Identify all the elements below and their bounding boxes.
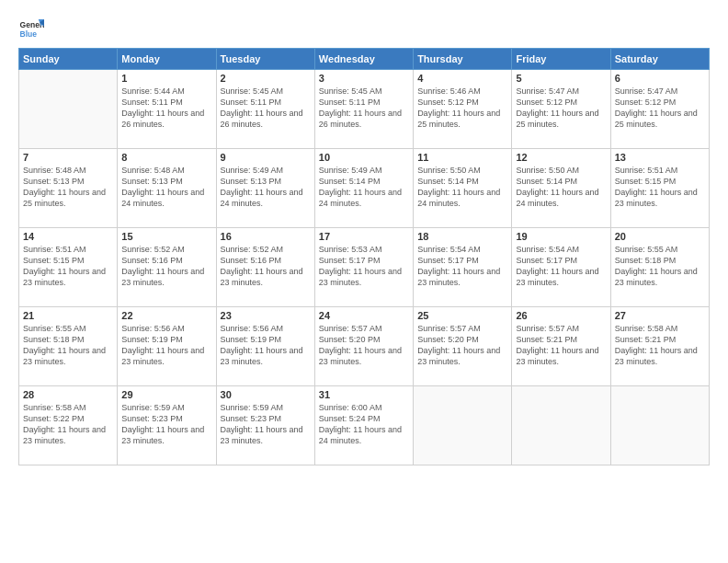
day-info: Sunrise: 5:54 AMSunset: 5:17 PMDaylight:… bbox=[417, 244, 507, 289]
calendar-cell: 7Sunrise: 5:48 AMSunset: 5:13 PMDaylight… bbox=[19, 149, 118, 228]
calendar-cell bbox=[19, 70, 118, 149]
day-number: 14 bbox=[23, 231, 113, 242]
day-info: Sunrise: 5:56 AMSunset: 5:19 PMDaylight:… bbox=[121, 323, 211, 368]
day-number: 6 bbox=[615, 73, 705, 84]
week-row-2: 14Sunrise: 5:51 AMSunset: 5:15 PMDayligh… bbox=[19, 228, 710, 307]
day-info: Sunrise: 5:46 AMSunset: 5:12 PMDaylight:… bbox=[417, 86, 507, 131]
calendar-cell: 4Sunrise: 5:46 AMSunset: 5:12 PMDaylight… bbox=[414, 70, 512, 149]
day-number: 15 bbox=[121, 231, 211, 242]
day-info: Sunrise: 5:47 AMSunset: 5:12 PMDaylight:… bbox=[615, 86, 705, 131]
day-number: 3 bbox=[319, 73, 409, 84]
day-number: 2 bbox=[221, 73, 311, 84]
weekday-header-thursday: Thursday bbox=[414, 49, 512, 70]
day-info: Sunrise: 5:47 AMSunset: 5:12 PMDaylight:… bbox=[516, 86, 606, 131]
day-info: Sunrise: 5:52 AMSunset: 5:16 PMDaylight:… bbox=[221, 244, 311, 289]
day-number: 23 bbox=[221, 310, 311, 321]
day-info: Sunrise: 5:53 AMSunset: 5:17 PMDaylight:… bbox=[319, 244, 409, 289]
day-info: Sunrise: 5:51 AMSunset: 5:15 PMDaylight:… bbox=[23, 244, 113, 289]
calendar-cell bbox=[610, 386, 709, 465]
calendar-cell bbox=[512, 386, 610, 465]
weekday-header-tuesday: Tuesday bbox=[216, 49, 314, 70]
calendar-cell: 19Sunrise: 5:54 AMSunset: 5:17 PMDayligh… bbox=[512, 228, 610, 307]
day-info: Sunrise: 5:52 AMSunset: 5:16 PMDaylight:… bbox=[121, 244, 211, 289]
calendar-cell bbox=[414, 386, 512, 465]
header: General Blue bbox=[18, 17, 710, 42]
day-info: Sunrise: 5:50 AMSunset: 5:14 PMDaylight:… bbox=[417, 165, 507, 210]
calendar-cell: 12Sunrise: 5:50 AMSunset: 5:14 PMDayligh… bbox=[512, 149, 610, 228]
day-number: 5 bbox=[516, 73, 606, 84]
calendar-cell: 9Sunrise: 5:49 AMSunset: 5:13 PMDaylight… bbox=[216, 149, 314, 228]
weekday-header-monday: Monday bbox=[118, 49, 216, 70]
week-row-3: 21Sunrise: 5:55 AMSunset: 5:18 PMDayligh… bbox=[19, 307, 710, 386]
calendar-cell: 6Sunrise: 5:47 AMSunset: 5:12 PMDaylight… bbox=[610, 70, 709, 149]
calendar-cell: 29Sunrise: 5:59 AMSunset: 5:23 PMDayligh… bbox=[118, 386, 216, 465]
day-info: Sunrise: 5:56 AMSunset: 5:19 PMDaylight:… bbox=[221, 323, 311, 368]
day-info: Sunrise: 5:48 AMSunset: 5:13 PMDaylight:… bbox=[121, 165, 211, 210]
day-info: Sunrise: 5:49 AMSunset: 5:13 PMDaylight:… bbox=[221, 165, 311, 210]
day-info: Sunrise: 5:45 AMSunset: 5:11 PMDaylight:… bbox=[221, 86, 311, 131]
calendar-cell: 8Sunrise: 5:48 AMSunset: 5:13 PMDaylight… bbox=[118, 149, 216, 228]
week-row-0: 1Sunrise: 5:44 AMSunset: 5:11 PMDaylight… bbox=[19, 70, 710, 149]
calendar-cell: 3Sunrise: 5:45 AMSunset: 5:11 PMDaylight… bbox=[314, 70, 413, 149]
day-number: 31 bbox=[319, 389, 409, 400]
calendar-cell: 17Sunrise: 5:53 AMSunset: 5:17 PMDayligh… bbox=[314, 228, 413, 307]
day-number: 7 bbox=[23, 152, 113, 163]
day-number: 4 bbox=[417, 73, 507, 84]
day-number: 12 bbox=[516, 152, 606, 163]
day-number: 25 bbox=[417, 310, 507, 321]
day-info: Sunrise: 5:55 AMSunset: 5:18 PMDaylight:… bbox=[615, 244, 705, 289]
day-number: 9 bbox=[221, 152, 311, 163]
day-number: 10 bbox=[319, 152, 409, 163]
weekday-header-sunday: Sunday bbox=[19, 49, 118, 70]
day-number: 18 bbox=[417, 231, 507, 242]
calendar-cell: 15Sunrise: 5:52 AMSunset: 5:16 PMDayligh… bbox=[118, 228, 216, 307]
day-info: Sunrise: 5:57 AMSunset: 5:20 PMDaylight:… bbox=[417, 323, 507, 368]
weekday-header-wednesday: Wednesday bbox=[314, 49, 413, 70]
day-number: 8 bbox=[121, 152, 211, 163]
calendar-cell: 18Sunrise: 5:54 AMSunset: 5:17 PMDayligh… bbox=[414, 228, 512, 307]
calendar-cell: 20Sunrise: 5:55 AMSunset: 5:18 PMDayligh… bbox=[610, 228, 709, 307]
week-row-1: 7Sunrise: 5:48 AMSunset: 5:13 PMDaylight… bbox=[19, 149, 710, 228]
calendar-cell: 26Sunrise: 5:57 AMSunset: 5:21 PMDayligh… bbox=[512, 307, 610, 386]
calendar-cell: 13Sunrise: 5:51 AMSunset: 5:15 PMDayligh… bbox=[610, 149, 709, 228]
calendar-cell: 10Sunrise: 5:49 AMSunset: 5:14 PMDayligh… bbox=[314, 149, 413, 228]
calendar-cell: 5Sunrise: 5:47 AMSunset: 5:12 PMDaylight… bbox=[512, 70, 610, 149]
day-info: Sunrise: 5:59 AMSunset: 5:23 PMDaylight:… bbox=[221, 402, 311, 447]
weekday-header-saturday: Saturday bbox=[610, 49, 709, 70]
calendar-cell: 31Sunrise: 6:00 AMSunset: 5:24 PMDayligh… bbox=[314, 386, 413, 465]
day-info: Sunrise: 5:54 AMSunset: 5:17 PMDaylight:… bbox=[516, 244, 606, 289]
calendar-cell: 1Sunrise: 5:44 AMSunset: 5:11 PMDaylight… bbox=[118, 70, 216, 149]
calendar: SundayMondayTuesdayWednesdayThursdayFrid… bbox=[18, 48, 710, 465]
calendar-cell: 2Sunrise: 5:45 AMSunset: 5:11 PMDaylight… bbox=[216, 70, 314, 149]
calendar-cell: 11Sunrise: 5:50 AMSunset: 5:14 PMDayligh… bbox=[414, 149, 512, 228]
calendar-cell: 16Sunrise: 5:52 AMSunset: 5:16 PMDayligh… bbox=[216, 228, 314, 307]
page: General Blue SundayMondayTuesdayWednesda… bbox=[0, 0, 728, 563]
day-info: Sunrise: 5:48 AMSunset: 5:13 PMDaylight:… bbox=[23, 165, 113, 210]
day-info: Sunrise: 5:55 AMSunset: 5:18 PMDaylight:… bbox=[23, 323, 113, 368]
week-row-4: 28Sunrise: 5:58 AMSunset: 5:22 PMDayligh… bbox=[19, 386, 710, 465]
weekday-header-friday: Friday bbox=[512, 49, 610, 70]
logo-icon: General Blue bbox=[18, 17, 44, 42]
day-number: 22 bbox=[121, 310, 211, 321]
day-number: 20 bbox=[615, 231, 705, 242]
calendar-cell: 22Sunrise: 5:56 AMSunset: 5:19 PMDayligh… bbox=[118, 307, 216, 386]
calendar-cell: 24Sunrise: 5:57 AMSunset: 5:20 PMDayligh… bbox=[314, 307, 413, 386]
day-number: 1 bbox=[121, 73, 211, 84]
day-info: Sunrise: 5:44 AMSunset: 5:11 PMDaylight:… bbox=[121, 86, 211, 131]
day-number: 21 bbox=[23, 310, 113, 321]
day-number: 19 bbox=[516, 231, 606, 242]
day-info: Sunrise: 5:58 AMSunset: 5:21 PMDaylight:… bbox=[615, 323, 705, 368]
day-info: Sunrise: 6:00 AMSunset: 5:24 PMDaylight:… bbox=[319, 402, 409, 447]
day-info: Sunrise: 5:58 AMSunset: 5:22 PMDaylight:… bbox=[23, 402, 113, 447]
day-number: 17 bbox=[319, 231, 409, 242]
calendar-cell: 27Sunrise: 5:58 AMSunset: 5:21 PMDayligh… bbox=[610, 307, 709, 386]
day-number: 29 bbox=[121, 389, 211, 400]
day-number: 11 bbox=[417, 152, 507, 163]
day-info: Sunrise: 5:59 AMSunset: 5:23 PMDaylight:… bbox=[121, 402, 211, 447]
day-info: Sunrise: 5:57 AMSunset: 5:20 PMDaylight:… bbox=[319, 323, 409, 368]
day-number: 30 bbox=[221, 389, 311, 400]
day-number: 24 bbox=[319, 310, 409, 321]
day-info: Sunrise: 5:45 AMSunset: 5:11 PMDaylight:… bbox=[319, 86, 409, 131]
day-number: 13 bbox=[615, 152, 705, 163]
day-number: 26 bbox=[516, 310, 606, 321]
